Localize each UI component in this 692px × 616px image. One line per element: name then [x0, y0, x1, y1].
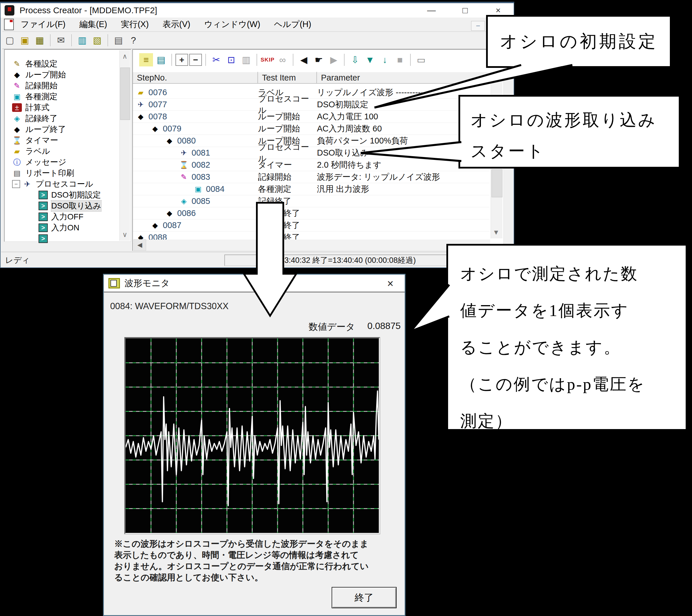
step-back-icon[interactable]: ◀	[297, 53, 311, 66]
sidebar-item-report-print[interactable]: ▤リポート印刷	[12, 168, 116, 179]
sidebar-item-record-start[interactable]: ✎記録開始	[12, 80, 116, 91]
scrollbar-thumb[interactable]	[120, 68, 130, 120]
monitor-open-icon[interactable]: ▧	[90, 34, 104, 47]
process-tree-icon[interactable]: ≡	[139, 53, 153, 66]
table-row-0078[interactable]: ◆0078ループ開始AC入力電圧 100	[133, 111, 490, 123]
table-row-0086[interactable]: ◆0086ループ終了	[133, 207, 490, 219]
step-number: 0087	[163, 221, 181, 230]
sidebar-item-partial[interactable]: >	[39, 233, 116, 244]
minimize-button[interactable]: —	[423, 4, 440, 17]
toolbar-separator	[257, 54, 257, 66]
menu-item-2[interactable]: 実行(X)	[114, 18, 156, 31]
table-row-0085[interactable]: ◈0085記録終了	[133, 195, 490, 207]
sidebar-item-dso-capture[interactable]: >DSO取り込み	[39, 200, 116, 212]
sidebar-item-settings[interactable]: ✎各種設定	[12, 58, 116, 69]
open-folder-icon[interactable]: ▣	[18, 34, 31, 47]
record-end-icon: ◈	[12, 114, 22, 123]
scroll-down-icon[interactable]: ∨	[120, 228, 130, 241]
table-hscrollbar[interactable]: ◀	[133, 240, 490, 250]
glasses-icon[interactable]: ∞	[276, 53, 289, 66]
table-row-0087[interactable]: ◆0087ループ終了	[133, 219, 490, 232]
scroll-left-icon[interactable]: ◀	[133, 239, 146, 251]
sidebar-item-label: 記録終了	[25, 113, 58, 124]
skip-icon[interactable]: SKIP	[261, 53, 274, 66]
copy-icon[interactable]: ⊡	[224, 53, 238, 66]
scroll-down-icon[interactable]: ▼	[491, 226, 501, 238]
sidebar-item-label[interactable]: ▰ラベル	[12, 146, 116, 157]
callout-text: オシロの波形取り込み	[471, 105, 679, 136]
sidebar-item-measure[interactable]: ▣各種測定	[12, 91, 116, 102]
toolbar-separator	[71, 34, 72, 46]
document-icon	[4, 19, 14, 30]
record-start-icon: ✎	[12, 81, 22, 90]
sidebar-item-process-call[interactable]: −✈プロセスコール	[12, 179, 116, 190]
sidebar-item-record-end[interactable]: ◈記録終了	[12, 113, 116, 124]
tree-expander-icon[interactable]: −	[12, 180, 20, 188]
sidebar-item-message[interactable]: ⓘメッセージ	[12, 157, 116, 168]
mdi-restore-button[interactable]: −	[471, 21, 485, 31]
table-header: StepNo. Test Item Parameter	[133, 72, 490, 84]
run-all-icon[interactable]: ▼	[363, 53, 377, 66]
sidebar-item-input-off[interactable]: >入力OFF	[39, 212, 116, 222]
loop-end-icon: ◆	[165, 209, 174, 218]
help-icon[interactable]: ?	[127, 34, 140, 47]
status-ready-text: レディ	[5, 255, 30, 266]
menu-item-5[interactable]: ヘルプ(H)	[267, 18, 318, 31]
loop-end-icon: ◆	[12, 125, 22, 134]
paste-icon[interactable]: ▥	[239, 53, 253, 66]
stop-icon[interactable]: ■	[393, 53, 407, 66]
menu-item-1[interactable]: 編集(E)	[72, 18, 114, 31]
monitor-view-icon[interactable]: ▭	[414, 53, 428, 66]
table-row-0083[interactable]: ✎0083記録開始波形データ: リップルノイズ波形	[133, 171, 490, 183]
command-tree: ✎各種設定◆ループ開始✎記録開始▣各種測定±計算式◈記録終了◆ループ終了⌛タイマ…	[12, 58, 116, 244]
column-header-stepno[interactable]: StepNo.	[133, 72, 258, 84]
new-file-icon[interactable]: ▢	[3, 34, 17, 47]
mail-icon[interactable]: ✉	[54, 34, 68, 47]
screenshot-root: { "window": { "title": "Process Creator …	[0, 0, 692, 616]
scroll-up-icon[interactable]: ▲	[491, 72, 501, 84]
table-row-0084[interactable]: ▣0084各種測定汎用 出力波形	[133, 183, 490, 195]
menu-item-0[interactable]: ファイル(F)	[14, 18, 72, 31]
maximize-button[interactable]: □	[456, 4, 474, 17]
table-row-0077[interactable]: ✈0077プロセスコールDSO初期設定	[133, 98, 490, 111]
collapse-all-icon[interactable]: −	[189, 54, 202, 66]
run-to-line-icon[interactable]: ⇩	[348, 53, 362, 66]
step-print-icon[interactable]: ▤	[154, 53, 168, 66]
waveform-monitor-dialog: 波形モニタ × 0084: WAVEFORM/TDS30XX - 数値データ 0…	[103, 274, 406, 616]
table-row-0081[interactable]: ✈0081プロセスコールDSO取り込み	[133, 147, 490, 159]
dialog-close-icon[interactable]: ×	[383, 277, 398, 290]
column-header-parameter[interactable]: Parameter	[317, 72, 490, 84]
cut-icon[interactable]: ✂	[209, 53, 223, 66]
exit-button[interactable]: 終了	[332, 587, 397, 608]
expand-all-icon[interactable]: +	[175, 54, 188, 66]
scrollbar-thumb[interactable]	[492, 169, 502, 197]
save-icon[interactable]: ▦	[33, 34, 47, 47]
column-header-testitem[interactable]: Test Item	[258, 72, 317, 84]
toolbar-separator	[108, 34, 108, 46]
monitor-run-icon[interactable]: ▥	[75, 34, 89, 47]
run-pointer-icon[interactable]: ☛	[312, 53, 326, 66]
table-row-0082[interactable]: ⌛0082タイマー2.0 秒間待ちます	[133, 159, 490, 171]
run-step-icon[interactable]: ↓	[378, 53, 392, 66]
label-icon: ▰	[136, 88, 146, 97]
sidebar-item-loop-start[interactable]: ◆ループ開始	[12, 69, 116, 80]
record-start-icon: ✎	[179, 173, 189, 181]
table-row-0079[interactable]: ◆0079ループ開始AC入力周波数 60	[133, 123, 490, 135]
callout-dso-init: オシロの初期設定	[486, 15, 672, 68]
waveform-monitor-icon	[108, 278, 120, 288]
print-icon[interactable]: ▤	[112, 34, 125, 47]
sidebar-item-input-on[interactable]: >入力ON	[39, 222, 116, 233]
step-number: 0081	[192, 148, 210, 158]
sidebar-item-loop-end[interactable]: ◆ループ終了	[12, 124, 116, 135]
step-forward-icon[interactable]: ▶	[327, 53, 341, 66]
scroll-up-icon[interactable]: ∧	[120, 50, 130, 62]
tree-scrollbar[interactable]: ∧ ∨	[120, 50, 130, 241]
sidebar-item-dso-init[interactable]: >DSO初期設定	[39, 190, 116, 200]
sidebar-item-formula[interactable]: ±計算式	[12, 102, 116, 113]
menu-item-4[interactable]: ウィンドウ(W)	[197, 18, 267, 31]
sidebar-item-label: DSO取り込み	[51, 200, 101, 212]
test-item-cell: タイマー	[258, 159, 317, 171]
sidebar-item-label: 入力OFF	[51, 212, 83, 222]
menu-item-3[interactable]: 表示(V)	[156, 18, 197, 31]
sidebar-item-timer[interactable]: ⌛タイマー	[12, 135, 116, 146]
